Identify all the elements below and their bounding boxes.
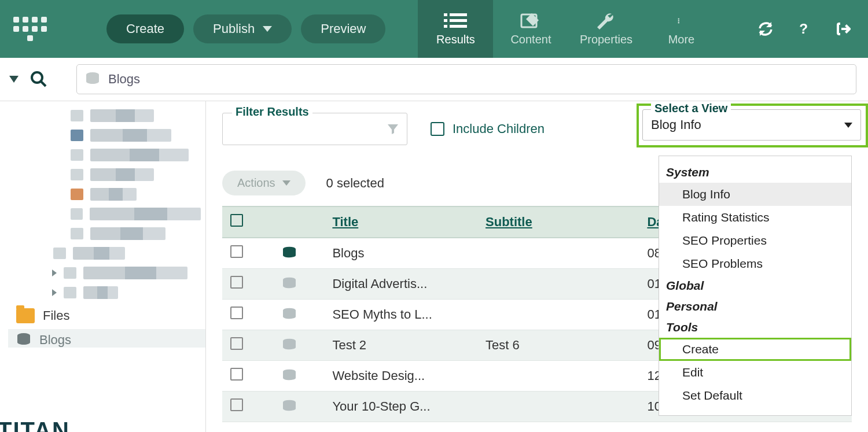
select-view-highlight: Select a View Blog Info bbox=[637, 104, 868, 147]
sidebar-item-blogs[interactable]: Blogs bbox=[8, 329, 205, 348]
actions-button[interactable]: Actions bbox=[222, 171, 306, 195]
dropdown-option[interactable]: Set Default bbox=[659, 384, 851, 407]
database-icon bbox=[85, 72, 100, 87]
help-icon[interactable]: ? bbox=[795, 20, 812, 38]
svg-point-7 bbox=[678, 18, 679, 19]
svg-rect-1 bbox=[450, 13, 467, 16]
selected-count: 0 selected bbox=[326, 176, 384, 191]
svg-rect-5 bbox=[450, 25, 467, 28]
dropdown-group: Global bbox=[659, 275, 851, 296]
header-subtitle[interactable]: Subtitle bbox=[477, 206, 639, 238]
dropdown-group: Personal bbox=[659, 296, 851, 317]
svg-rect-4 bbox=[444, 25, 447, 28]
tab-more-label: More bbox=[668, 33, 695, 46]
tab-more[interactable]: More bbox=[643, 0, 719, 58]
cell-subtitle bbox=[477, 238, 639, 269]
row-checkbox[interactable] bbox=[230, 398, 243, 411]
svg-point-11 bbox=[32, 72, 42, 83]
header-title[interactable]: Title bbox=[324, 206, 477, 238]
sidebar-files-label: Files bbox=[43, 308, 69, 323]
include-children-checkbox[interactable]: Include Children bbox=[431, 121, 545, 136]
select-view-label: Select a View bbox=[651, 102, 731, 115]
cell-title: Blogs bbox=[324, 238, 477, 269]
dropdown-option[interactable]: SEO Properties bbox=[659, 229, 851, 252]
create-label: Create bbox=[126, 21, 164, 36]
svg-point-9 bbox=[678, 22, 679, 23]
edit-icon bbox=[519, 12, 542, 29]
path-field[interactable]: Blogs bbox=[76, 64, 856, 94]
header-checkbox[interactable] bbox=[222, 206, 273, 238]
row-checkbox[interactable] bbox=[230, 337, 243, 350]
dropdown-option[interactable]: Rating Statistics bbox=[659, 206, 851, 229]
chevron-down-icon bbox=[844, 123, 852, 128]
sidebar: Files Blogs TITAN bbox=[0, 101, 206, 432]
include-children-label: Include Children bbox=[453, 121, 545, 136]
svg-point-8 bbox=[678, 20, 679, 21]
tab-properties-label: Properties bbox=[580, 33, 632, 46]
wrench-icon bbox=[594, 12, 617, 29]
folder-icon bbox=[16, 308, 35, 323]
svg-rect-2 bbox=[444, 19, 447, 22]
cell-subtitle bbox=[477, 392, 639, 422]
svg-rect-0 bbox=[444, 13, 447, 16]
row-checkbox[interactable] bbox=[230, 276, 243, 289]
sidebar-item-files[interactable]: Files bbox=[8, 302, 205, 327]
dropdown-group: System bbox=[659, 162, 851, 183]
database-icon bbox=[281, 400, 316, 413]
dropdown-option[interactable]: Edit bbox=[659, 361, 851, 384]
database-icon bbox=[281, 338, 316, 352]
refresh-icon[interactable] bbox=[757, 20, 774, 38]
search-icon[interactable] bbox=[30, 71, 47, 88]
more-icon bbox=[670, 12, 693, 29]
row-checkbox[interactable] bbox=[230, 307, 243, 319]
list-icon bbox=[444, 12, 467, 29]
select-view-value: Blog Info bbox=[651, 117, 701, 132]
publish-label: Publish bbox=[213, 21, 255, 36]
apps-menu-icon[interactable] bbox=[12, 10, 49, 47]
cell-title: SEO Myths to L... bbox=[324, 300, 477, 330]
cell-subtitle bbox=[477, 300, 639, 330]
logout-icon[interactable] bbox=[833, 20, 851, 38]
dropdown-option[interactable]: SEO Problems bbox=[659, 252, 851, 275]
database-icon bbox=[281, 277, 316, 291]
svg-rect-3 bbox=[450, 19, 467, 22]
dropdown-group: Tools bbox=[659, 317, 851, 338]
row-checkbox[interactable] bbox=[230, 368, 243, 381]
actions-label: Actions bbox=[237, 176, 275, 190]
database-icon bbox=[16, 333, 31, 348]
tab-content-label: Content bbox=[510, 33, 551, 46]
cell-title: Website Desig... bbox=[324, 361, 477, 392]
path-value: Blogs bbox=[108, 72, 140, 87]
svg-text:?: ? bbox=[799, 21, 808, 36]
row-checkbox[interactable] bbox=[230, 245, 243, 258]
chevron-down-icon bbox=[263, 26, 272, 32]
cell-title: Digital Advertis... bbox=[324, 269, 477, 300]
checkbox-icon bbox=[431, 122, 444, 136]
create-button[interactable]: Create bbox=[106, 14, 184, 43]
tab-results[interactable]: Results bbox=[418, 0, 493, 58]
funnel-icon bbox=[386, 122, 400, 136]
filter-results-input[interactable]: Filter Results bbox=[222, 113, 407, 145]
tab-content[interactable]: Content bbox=[493, 0, 568, 58]
database-icon bbox=[281, 308, 316, 322]
tab-properties[interactable]: Properties bbox=[568, 0, 643, 58]
preview-button[interactable]: Preview bbox=[301, 14, 385, 43]
sidebar-blogs-label: Blogs bbox=[39, 333, 71, 348]
cell-subtitle bbox=[477, 269, 639, 300]
cell-title: Test 2 bbox=[324, 330, 477, 361]
select-view-dropdown[interactable]: Select a View Blog Info bbox=[642, 109, 861, 141]
cell-subtitle: Test 6 bbox=[477, 330, 639, 361]
cell-title: Your 10-Step G... bbox=[324, 392, 477, 422]
database-icon bbox=[281, 369, 316, 383]
select-view-panel: SystemBlog InfoRating StatisticsSEO Prop… bbox=[659, 156, 852, 416]
database-icon bbox=[281, 246, 316, 260]
preview-label: Preview bbox=[321, 21, 366, 36]
dropdown-option[interactable]: Create bbox=[659, 338, 851, 361]
publish-button[interactable]: Publish bbox=[193, 14, 292, 43]
chevron-down-icon bbox=[282, 180, 290, 186]
cell-subtitle bbox=[477, 361, 639, 392]
dropdown-option[interactable]: Blog Info bbox=[659, 183, 851, 206]
path-dropdown-icon[interactable] bbox=[9, 76, 19, 83]
brand-logo: TITAN bbox=[0, 418, 70, 432]
filter-results-label: Filter Results bbox=[232, 105, 312, 119]
